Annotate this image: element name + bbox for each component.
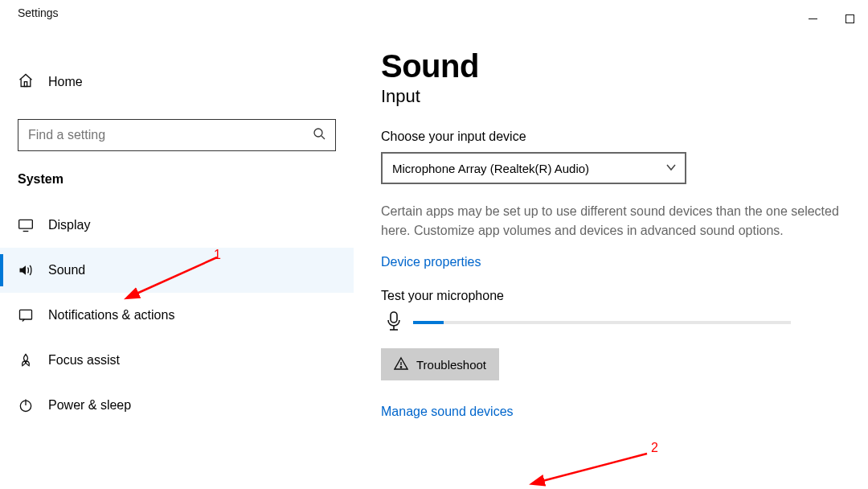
dropdown-value: Microphone Array (Realtek(R) Audio)	[392, 162, 589, 175]
svg-rect-5	[19, 220, 33, 228]
svg-rect-1	[845, 14, 854, 23]
input-device-dropdown[interactable]: Microphone Array (Realtek(R) Audio)	[381, 152, 686, 184]
power-icon	[18, 397, 34, 413]
mic-level-row	[386, 311, 868, 334]
svg-line-4	[321, 136, 325, 139]
sidebar-item-notifications[interactable]: Notifications & actions	[0, 293, 354, 338]
main-panel: Sound Input Choose your input device Mic…	[354, 0, 868, 489]
nav-label: Focus assist	[48, 353, 120, 368]
focus-assist-icon	[18, 352, 34, 368]
sidebar-item-sound[interactable]: Sound	[0, 248, 354, 293]
display-icon	[18, 217, 34, 233]
minimize-button[interactable]	[794, 6, 831, 31]
home-label: Home	[48, 75, 83, 89]
svg-rect-10	[391, 312, 397, 323]
annotation-number-1: 1	[214, 248, 221, 262]
sidebar-item-power-sleep[interactable]: Power & sleep	[0, 383, 354, 428]
nav-label: Sound	[48, 263, 85, 277]
chevron-down-icon	[665, 162, 677, 175]
test-mic-label: Test your microphone	[381, 289, 868, 303]
sidebar-item-display[interactable]: Display	[0, 203, 354, 248]
search-box[interactable]	[18, 119, 336, 151]
nav-label: Notifications & actions	[48, 308, 174, 323]
choose-input-label: Choose your input device	[381, 129, 868, 144]
microphone-icon	[386, 311, 402, 334]
warning-icon	[394, 356, 408, 373]
sidebar-item-focus-assist[interactable]: Focus assist	[0, 338, 354, 383]
nav-label: Display	[48, 218, 90, 232]
sidebar: Home System Display Sound Notifica	[0, 0, 354, 489]
section-header: System	[18, 172, 354, 187]
sound-icon	[18, 262, 34, 278]
mic-level-fill	[413, 321, 444, 324]
titlebar: Settings	[0, 0, 868, 32]
svg-point-3	[314, 129, 322, 137]
window-controls	[794, 6, 868, 31]
svg-rect-7	[20, 310, 32, 319]
page-subtitle: Input	[381, 86, 868, 107]
home-icon	[18, 72, 34, 92]
annotation-number-2: 2	[651, 441, 658, 455]
svg-point-15	[400, 366, 401, 367]
window-title: Settings	[18, 6, 59, 19]
troubleshoot-button[interactable]: Troubleshoot	[381, 348, 499, 380]
troubleshoot-label: Troubleshoot	[416, 358, 486, 372]
svg-rect-2	[24, 82, 27, 87]
search-input[interactable]	[28, 128, 281, 142]
home-nav[interactable]: Home	[0, 66, 354, 98]
notifications-icon	[18, 307, 34, 323]
maximize-button[interactable]	[831, 6, 868, 31]
device-properties-link[interactable]: Device properties	[381, 255, 481, 269]
mic-level-bar	[413, 321, 791, 324]
search-icon	[313, 127, 326, 143]
page-title: Sound	[381, 48, 868, 84]
nav-label: Power & sleep	[48, 398, 131, 413]
help-text: Certain apps may be set up to use differ…	[381, 202, 868, 240]
manage-sound-devices-link[interactable]: Manage sound devices	[381, 405, 868, 419]
